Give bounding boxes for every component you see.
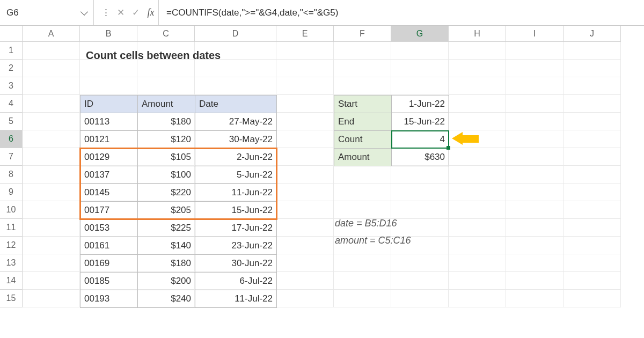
- row-header-8[interactable]: 8: [0, 166, 23, 183]
- table-row: 00113$18027-May-22: [80, 113, 277, 131]
- cell-amount[interactable]: $105: [138, 149, 195, 166]
- table-row: 00129$1052-Jun-22: [80, 149, 277, 166]
- formula-bar-buttons: ⋮ ✕ ✓ fx: [94, 0, 159, 25]
- cell-id[interactable]: 00153: [80, 219, 138, 237]
- cell-id[interactable]: 00169: [80, 255, 138, 273]
- cell-date[interactable]: 11-Jun-22: [195, 184, 277, 202]
- cell-id[interactable]: 00145: [80, 184, 138, 202]
- cell-amount[interactable]: $180: [138, 113, 195, 131]
- note-line: date = B5:D16: [335, 215, 411, 232]
- label-count[interactable]: Count: [334, 131, 392, 149]
- cell-amount[interactable]: $140: [138, 237, 195, 255]
- cell-id[interactable]: 00137: [80, 166, 138, 184]
- cancel-icon[interactable]: ✕: [113, 5, 128, 20]
- row-header-9[interactable]: 9: [0, 183, 23, 201]
- spreadsheet-grid: A B C D E F G H I J 1 2 3 4 5 6 7 8 9 10…: [0, 26, 644, 307]
- name-box[interactable]: G6: [0, 0, 94, 25]
- col-header-j[interactable]: J: [564, 26, 621, 42]
- row-header-14[interactable]: 14: [0, 272, 23, 290]
- data-table: ID Amount Date 00113$18027-May-22 00121$…: [80, 95, 277, 308]
- cell-amount[interactable]: $120: [138, 131, 195, 149]
- row-header-3[interactable]: 3: [0, 77, 23, 95]
- col-header-d[interactable]: D: [195, 26, 276, 42]
- table-row: 00137$1005-Jun-22: [80, 166, 277, 184]
- table-header-row: ID Amount Date: [80, 95, 277, 113]
- col-header-f[interactable]: F: [334, 26, 391, 42]
- cell-id[interactable]: 00121: [80, 131, 138, 149]
- col-header-h[interactable]: H: [449, 26, 506, 42]
- table-row: 00153$22517-Jun-22: [80, 219, 277, 237]
- header-amount[interactable]: Amount: [138, 95, 195, 113]
- cell-date[interactable]: 6-Jul-22: [195, 273, 277, 290]
- row-header-15[interactable]: 15: [0, 290, 23, 307]
- cell-id[interactable]: 00193: [80, 290, 138, 308]
- row-header-5[interactable]: 5: [0, 113, 23, 130]
- table-row: 00145$22011-Jun-22: [80, 184, 277, 202]
- col-header-e[interactable]: E: [276, 26, 334, 42]
- cell-id[interactable]: 00185: [80, 273, 138, 290]
- table-row: 00193$24011-Jul-22: [80, 290, 277, 308]
- fx-icon[interactable]: fx: [143, 5, 158, 20]
- cell-id[interactable]: 00129: [80, 149, 138, 166]
- value-count[interactable]: 4: [392, 131, 449, 149]
- row-header-6[interactable]: 6: [0, 130, 23, 148]
- table-row: 00161$14023-Jun-22: [80, 237, 277, 255]
- label-start[interactable]: Start: [334, 95, 392, 113]
- table-row: 00169$18030-Jun-22: [80, 255, 277, 273]
- label-amount[interactable]: Amount: [334, 149, 392, 166]
- summary-table: Start1-Jun-22 End15-Jun-22 Count4 Amount…: [334, 95, 449, 166]
- row-header-2[interactable]: 2: [0, 60, 23, 77]
- col-header-b[interactable]: B: [80, 26, 137, 42]
- cell-date[interactable]: 15-Jun-22: [195, 202, 277, 219]
- formula-bar: G6 ⋮ ✕ ✓ fx =COUNTIFS(date,">="&G4,date,…: [0, 0, 644, 26]
- row-header-13[interactable]: 13: [0, 254, 23, 272]
- cell-date[interactable]: 17-Jun-22: [195, 219, 277, 237]
- formula-input[interactable]: =COUNTIFS(date,">="&G4,date,"<="&G5): [159, 0, 644, 25]
- select-all-corner[interactable]: [0, 26, 23, 42]
- cell-amount[interactable]: $205: [138, 202, 195, 219]
- table-row: 00177$20515-Jun-22: [80, 202, 277, 219]
- cell-date[interactable]: 5-Jun-22: [195, 166, 277, 184]
- header-id[interactable]: ID: [80, 95, 138, 113]
- name-box-value: G6: [6, 8, 19, 18]
- cell-amount[interactable]: $240: [138, 290, 195, 308]
- cell-id[interactable]: 00161: [80, 237, 138, 255]
- label-end[interactable]: End: [334, 113, 392, 131]
- cell-id[interactable]: 00113: [80, 113, 138, 131]
- header-date[interactable]: Date: [195, 95, 277, 113]
- enter-icon[interactable]: ✓: [128, 5, 143, 20]
- cell-date[interactable]: 30-Jun-22: [195, 255, 277, 273]
- row-header-12[interactable]: 12: [0, 237, 23, 254]
- table-row: 00121$12030-May-22: [80, 131, 277, 149]
- formula-text: =COUNTIFS(date,">="&G4,date,"<="&G5): [166, 8, 338, 18]
- cell-date[interactable]: 2-Jun-22: [195, 149, 277, 166]
- row-header-1[interactable]: 1: [0, 42, 23, 60]
- cell-amount[interactable]: $225: [138, 219, 195, 237]
- cell-amount[interactable]: $200: [138, 273, 195, 290]
- page-title: Count cells between dates: [86, 49, 221, 62]
- notes: date = B5:D16 amount = C5:C16: [335, 215, 411, 249]
- row-header-11[interactable]: 11: [0, 219, 23, 237]
- value-end[interactable]: 15-Jun-22: [392, 113, 449, 131]
- chevron-down-icon[interactable]: [80, 8, 88, 15]
- col-header-i[interactable]: I: [506, 26, 564, 42]
- value-amount[interactable]: $630: [392, 149, 449, 166]
- cell-amount[interactable]: $220: [138, 184, 195, 202]
- row-header-10[interactable]: 10: [0, 201, 23, 219]
- cell-id[interactable]: 00177: [80, 202, 138, 219]
- table-row: 00185$2006-Jul-22: [80, 273, 277, 290]
- col-header-g[interactable]: G: [391, 26, 449, 42]
- cell-amount[interactable]: $180: [138, 255, 195, 273]
- row-header-7[interactable]: 7: [0, 148, 23, 166]
- cell-date[interactable]: 11-Jul-22: [195, 290, 277, 308]
- arrow-icon: [463, 135, 479, 145]
- col-header-a[interactable]: A: [23, 26, 80, 42]
- row-header-4[interactable]: 4: [0, 95, 23, 113]
- cell-date[interactable]: 23-Jun-22: [195, 237, 277, 255]
- col-header-c[interactable]: C: [137, 26, 195, 42]
- cell-date[interactable]: 27-May-22: [195, 113, 277, 131]
- vertical-dots-icon[interactable]: ⋮: [98, 5, 113, 20]
- cell-amount[interactable]: $100: [138, 166, 195, 184]
- cell-date[interactable]: 30-May-22: [195, 131, 277, 149]
- value-start[interactable]: 1-Jun-22: [392, 95, 449, 113]
